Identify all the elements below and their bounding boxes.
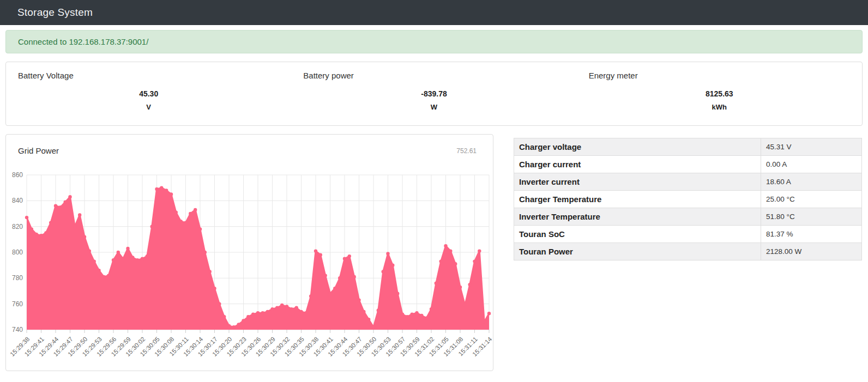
table-row-value: 81.37 % (761, 226, 861, 243)
table-row-value: 51.80 °C (761, 208, 861, 226)
table-row: Charger current0.00 A (514, 156, 862, 173)
table-row: Inverter current18.60 A (514, 173, 862, 191)
data-point (362, 310, 365, 313)
data-point (78, 213, 81, 216)
metric-value: -839.78 (291, 89, 576, 98)
table-row-label: Inverter Temperature (514, 208, 761, 226)
table-row-value: 18.60 A (761, 173, 861, 191)
data-point (218, 302, 221, 306)
table-row: Charger Temperature25.00 °C (514, 191, 862, 208)
data-point (88, 249, 91, 252)
data-point (83, 235, 86, 238)
data-point (261, 311, 264, 314)
data-point (478, 249, 481, 252)
data-point (420, 314, 423, 317)
data-point (54, 204, 57, 208)
y-axis-tick-label: 800 (12, 248, 23, 256)
metric-battery-power: Battery power -839.78 W (291, 71, 576, 111)
data-point (299, 310, 303, 313)
data-point (290, 307, 293, 311)
data-point (275, 306, 279, 310)
data-point (136, 258, 139, 262)
data-point (396, 292, 399, 295)
data-point (285, 305, 288, 308)
y-axis-tick-label: 840 (12, 197, 23, 204)
data-point (425, 317, 428, 320)
metric-label: Battery Voltage (6, 71, 291, 80)
data-point (463, 304, 467, 307)
table-row-label: Touran SoC (514, 226, 761, 243)
data-point (483, 320, 486, 324)
data-point (208, 270, 212, 273)
data-point (39, 234, 43, 237)
data-point (333, 287, 336, 290)
data-point (170, 192, 173, 196)
metric-unit: W (291, 103, 576, 111)
data-point (270, 307, 274, 311)
data-point (415, 311, 418, 314)
data-point (102, 275, 105, 278)
data-point (314, 249, 317, 252)
data-point (194, 208, 197, 211)
table-row-value: 45.31 V (761, 138, 861, 156)
page-title: Storage System (17, 7, 93, 19)
data-point (198, 227, 202, 231)
data-point (232, 325, 236, 329)
data-point (131, 256, 134, 259)
data-point (324, 274, 327, 277)
data-point (237, 323, 240, 326)
data-point (213, 287, 216, 290)
app-header: Storage System (0, 0, 868, 25)
data-point (468, 283, 472, 286)
grid-power-card: Grid Power 752.61 8608408208007807607401… (5, 134, 493, 371)
data-point (377, 308, 380, 312)
data-point (25, 216, 28, 219)
data-point (146, 254, 149, 258)
data-point (93, 259, 96, 263)
data-point (367, 318, 370, 321)
data-point (295, 306, 298, 310)
data-point (309, 294, 312, 298)
data-point (242, 319, 245, 322)
data-point (343, 257, 346, 260)
data-point (189, 212, 192, 215)
table-row: Touran Power2128.00 W (514, 243, 862, 260)
data-point (386, 252, 389, 255)
table-row-label: Charger Temperature (514, 191, 761, 208)
data-point (107, 274, 110, 277)
metric-value: 8125.63 (577, 89, 862, 98)
data-point (126, 247, 129, 250)
data-point (401, 312, 404, 316)
data-point (184, 221, 187, 224)
data-point (73, 225, 76, 228)
metric-unit: kWh (577, 103, 862, 111)
table-row-value: 0.00 A (761, 156, 861, 173)
data-point (59, 205, 62, 209)
data-point (155, 187, 158, 191)
metric-label: Energy meter (577, 71, 862, 80)
chart-title: Grid Power (18, 146, 59, 155)
data-point (64, 201, 67, 204)
data-point (454, 262, 457, 265)
data-point (165, 189, 168, 192)
metric-label: Battery power (291, 71, 576, 80)
connection-status-alert: Connected to 192.168.178.37:9001/ (5, 30, 863, 53)
data-point (338, 276, 341, 280)
data-point (35, 233, 38, 236)
main-content: Grid Power 752.61 8608408208007807607401… (5, 134, 862, 371)
table-row-value: 2128.00 W (761, 243, 861, 260)
table-row-label: Touran Power (514, 243, 761, 260)
data-point (435, 282, 438, 285)
data-point (449, 249, 452, 252)
data-point (179, 220, 183, 223)
data-point (372, 325, 375, 329)
data-point (122, 257, 125, 260)
metric-unit: V (6, 103, 291, 111)
data-point (473, 259, 476, 263)
data-point (30, 227, 33, 231)
metrics-panel: Battery Voltage 45.30 V Battery power -8… (5, 62, 863, 126)
data-point (439, 259, 443, 263)
table-row-label: Charger current (514, 156, 761, 173)
data-point (256, 311, 260, 314)
data-point (246, 315, 250, 318)
